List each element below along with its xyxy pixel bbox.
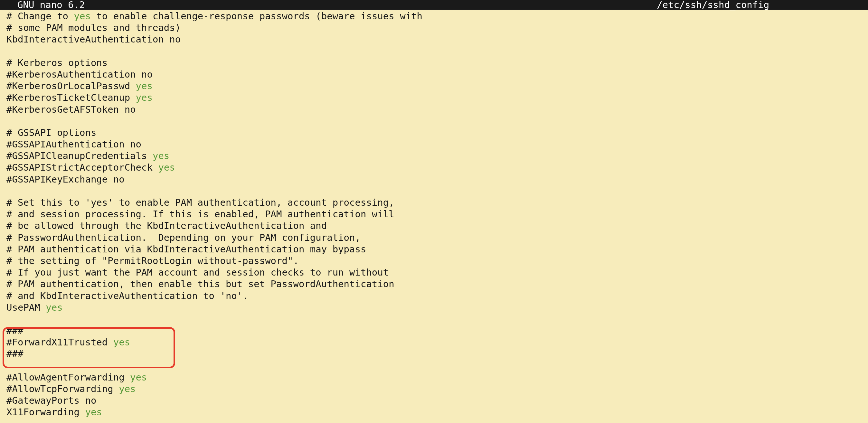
text-segment: #GSSAPIAuthentication no: [6, 139, 141, 150]
editor-line[interactable]: # Kerberos options: [6, 57, 868, 69]
text-segment: # PAM authentication via KbdInteractiveA…: [6, 244, 366, 255]
syntax-yes-token: yes: [130, 372, 147, 383]
text-segment: # be allowed through the KbdInteractiveA…: [6, 220, 327, 231]
editor-line[interactable]: #KerberosGetAFSToken no: [6, 104, 868, 115]
text-segment: # some PAM modules and threads): [6, 22, 181, 33]
editor-line[interactable]: #KerberosOrLocalPasswd yes: [6, 80, 868, 92]
text-segment: # Change to: [6, 11, 74, 22]
editor-line[interactable]: # and session processing. If this is ena…: [6, 208, 868, 220]
editor-line[interactable]: [6, 313, 868, 325]
editor-line[interactable]: [6, 45, 868, 57]
text-segment: #KerberosGetAFSToken no: [6, 104, 136, 115]
editor-line[interactable]: #GSSAPIAuthentication no: [6, 138, 868, 150]
text-segment: ###: [6, 348, 23, 359]
editor-line[interactable]: X11Forwarding yes: [6, 406, 868, 418]
editor-line[interactable]: #GSSAPIStrictAcceptorCheck yes: [6, 162, 868, 173]
editor-line[interactable]: # some PAM modules and threads): [6, 22, 868, 33]
editor-line[interactable]: #KerberosTicketCleanup yes: [6, 92, 868, 103]
text-segment: # the setting of "PermitRootLogin withou…: [6, 255, 299, 266]
text-segment: #KerberosAuthentication no: [6, 69, 153, 80]
text-segment: ###: [6, 325, 23, 336]
editor-line[interactable]: ###: [6, 325, 868, 336]
text-segment: #GSSAPIStrictAcceptorCheck: [6, 162, 158, 173]
syntax-yes-token: yes: [85, 406, 102, 418]
syntax-yes-token: yes: [153, 150, 169, 161]
editor-line[interactable]: #AllowTcpForwarding yes: [6, 383, 868, 395]
text-segment: #KerberosOrLocalPasswd: [6, 80, 136, 91]
editor-line[interactable]: #GSSAPIKeyExchange no: [6, 173, 868, 185]
syntax-yes-token: yes: [46, 302, 62, 313]
text-segment: # If you just want the PAM account and s…: [6, 267, 389, 278]
editor-line[interactable]: # the setting of "PermitRootLogin withou…: [6, 255, 868, 266]
text-segment: # PasswordAuthentication. Depending on y…: [6, 232, 361, 243]
editor-line[interactable]: #KerberosAuthentication no: [6, 69, 868, 80]
editor-line[interactable]: #AllowAgentForwarding yes: [6, 371, 868, 383]
editor-line[interactable]: ###: [6, 348, 868, 360]
syntax-yes-token: yes: [113, 337, 130, 348]
editor-line[interactable]: [6, 185, 868, 197]
editor-line[interactable]: # be allowed through the KbdInteractiveA…: [6, 220, 868, 231]
text-segment: #AllowAgentForwarding: [6, 372, 130, 383]
text-segment: KbdInteractiveAuthentication no: [6, 34, 181, 45]
editor-line[interactable]: # PAM authentication, then enable this b…: [6, 278, 868, 290]
text-segment: # and KbdInteractiveAuthentication to 'n…: [6, 290, 248, 301]
editor-line[interactable]: # PAM authentication via KbdInteractiveA…: [6, 243, 868, 255]
editor-line[interactable]: UsePAM yes: [6, 302, 868, 313]
editor-line[interactable]: KbdInteractiveAuthentication no: [6, 33, 868, 45]
text-segment: #ForwardX11Trusted: [6, 337, 113, 348]
text-segment: #KerberosTicketCleanup: [6, 92, 136, 103]
syntax-yes-token: yes: [74, 11, 91, 22]
text-segment: # and session processing. If this is ena…: [6, 208, 394, 220]
text-segment: # PAM authentication, then enable this b…: [6, 279, 394, 289]
editor-line[interactable]: # Change to yes to enable challenge-resp…: [6, 10, 868, 22]
app-name: GNU nano 6.2: [0, 0, 85, 10]
text-segment: #GatewayPorts no: [6, 395, 96, 406]
syntax-yes-token: yes: [158, 162, 175, 173]
editor-line[interactable]: # PasswordAuthentication. Depending on y…: [6, 232, 868, 243]
editor-line[interactable]: #GSSAPICleanupCredentials yes: [6, 150, 868, 162]
syntax-yes-token: yes: [119, 383, 135, 394]
text-segment: #GSSAPIKeyExchange no: [6, 174, 125, 185]
editor-line[interactable]: # and KbdInteractiveAuthentication to 'n…: [6, 290, 868, 302]
editor-line[interactable]: # Set this to 'yes' to enable PAM authen…: [6, 197, 868, 208]
editor-line[interactable]: # GSSAPI options: [6, 127, 868, 138]
text-segment: X11Forwarding: [6, 406, 85, 418]
text-segment: #GSSAPICleanupCredentials: [6, 150, 153, 161]
text-segment: to enable challenge-response passwords (…: [91, 11, 423, 22]
text-segment: UsePAM: [6, 302, 46, 313]
file-path: /etc/ssh/sshd_config: [657, 0, 769, 10]
editor-line[interactable]: #ForwardX11Trusted yes: [6, 336, 868, 348]
editor-line[interactable]: # If you just want the PAM account and s…: [6, 266, 868, 278]
text-segment: # Kerberos options: [6, 57, 107, 68]
text-segment: # GSSAPI options: [6, 127, 96, 138]
editor-line[interactable]: #GatewayPorts no: [6, 395, 868, 406]
syntax-yes-token: yes: [136, 92, 153, 103]
editor-line[interactable]: [6, 115, 868, 127]
text-segment: #AllowTcpForwarding: [6, 383, 119, 394]
editor-line[interactable]: [6, 360, 868, 371]
text-segment: # Set this to 'yes' to enable PAM authen…: [6, 197, 394, 208]
syntax-yes-token: yes: [136, 80, 153, 91]
nano-titlebar: GNU nano 6.2 /etc/ssh/sshd_config: [0, 0, 868, 10]
editor-content[interactable]: # Change to yes to enable challenge-resp…: [0, 10, 868, 418]
